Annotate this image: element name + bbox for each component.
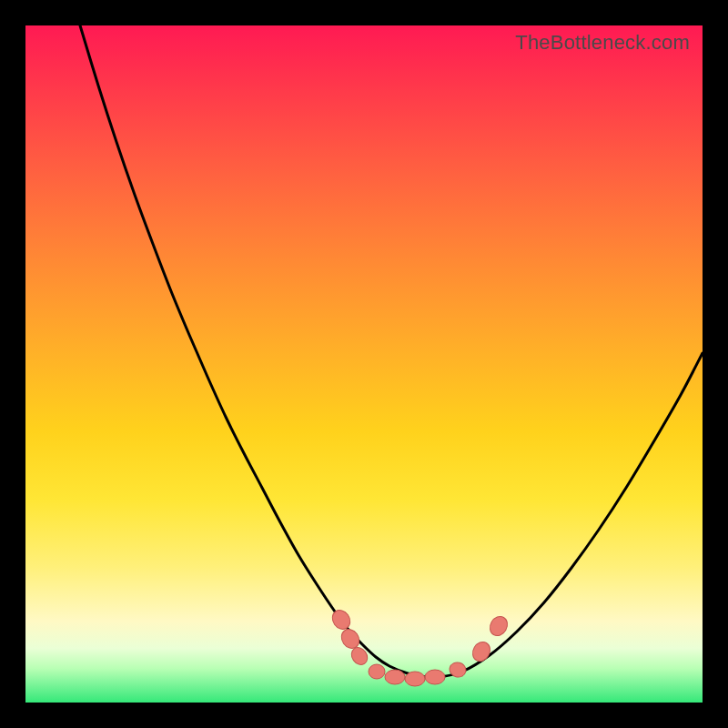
curve-markers xyxy=(329,607,511,686)
curve-marker xyxy=(385,670,405,684)
bottleneck-curve xyxy=(80,25,703,678)
curve-marker xyxy=(369,664,385,679)
plot-area: TheBottleneck.com xyxy=(25,25,703,703)
curve-marker xyxy=(487,613,511,639)
curve-marker xyxy=(470,639,494,664)
curve-marker xyxy=(405,672,425,686)
curve-marker xyxy=(329,607,353,632)
curve-marker xyxy=(425,670,445,684)
curve-svg xyxy=(25,25,703,703)
chart-frame: TheBottleneck.com xyxy=(0,0,728,728)
